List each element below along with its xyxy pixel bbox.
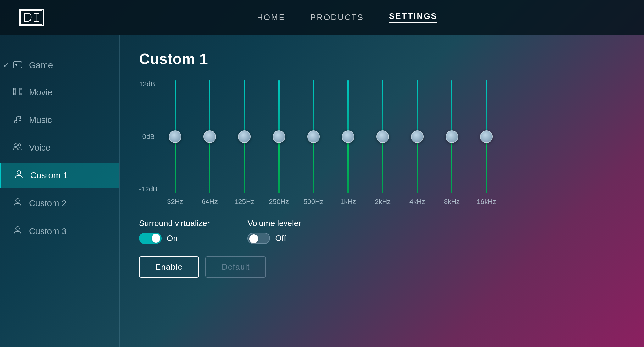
freq-label-4khz: 4kHz xyxy=(409,198,425,206)
track-fill-top xyxy=(313,80,314,137)
svg-point-18 xyxy=(14,144,17,147)
sidebar-label-game: Game xyxy=(29,60,53,70)
game-icon xyxy=(13,61,23,70)
volume-label: Volume leveler xyxy=(247,218,301,228)
movie-icon xyxy=(13,88,23,97)
music-icon xyxy=(13,114,23,125)
track-fill-top xyxy=(278,80,280,137)
slider-track-4khz[interactable] xyxy=(416,80,418,193)
custom3-icon xyxy=(13,226,23,237)
nav-settings[interactable]: SETTINGS xyxy=(389,11,437,23)
slider-thumb[interactable] xyxy=(169,130,181,143)
slider-thumb[interactable] xyxy=(203,130,216,143)
eq-band-1khz: 1kHz xyxy=(331,80,365,206)
track-fill-bottom xyxy=(347,143,349,193)
track-fill-bottom xyxy=(278,143,280,193)
eq-band-64hz: 64Hz xyxy=(192,80,227,206)
surround-toggle-row: On xyxy=(139,233,210,244)
default-button[interactable]: Default xyxy=(205,256,266,278)
eq-container: 12dB 0dB -12dB 32Hz xyxy=(139,80,625,206)
svg-point-19 xyxy=(18,144,21,146)
freq-label-32hz: 32Hz xyxy=(167,198,183,206)
eq-band-32hz: 32Hz xyxy=(158,80,192,206)
track-fill-bottom xyxy=(209,143,210,193)
eq-band-125hz: 125Hz xyxy=(227,80,262,206)
track-fill-bottom xyxy=(486,143,487,193)
sidebar-item-music[interactable]: Music xyxy=(0,107,119,132)
freq-label-500hz: 500Hz xyxy=(303,198,324,206)
track-fill-bottom xyxy=(417,143,418,193)
surround-virtualizer-group: Surround virtualizer On xyxy=(139,218,210,244)
logo xyxy=(19,9,44,26)
slider-track-32hz[interactable] xyxy=(174,80,176,193)
slider-thumb[interactable] xyxy=(376,130,389,143)
slider-track-2khz[interactable] xyxy=(382,80,384,193)
nav-home[interactable]: HOME xyxy=(257,13,285,22)
slider-track-250hz[interactable] xyxy=(278,80,280,193)
surround-toggle[interactable] xyxy=(139,233,162,244)
sliders-row: 32Hz 64Hz xyxy=(158,80,625,206)
nav-products[interactable]: PRODUCTS xyxy=(310,13,364,22)
enable-button[interactable]: Enable xyxy=(139,256,199,278)
slider-track-500hz[interactable] xyxy=(313,80,314,193)
track-fill-top xyxy=(347,80,349,137)
sidebar-item-custom1[interactable]: Custom 1 xyxy=(0,163,119,188)
volume-leveler-group: Volume leveler Off xyxy=(247,218,301,244)
surround-label: Surround virtualizer xyxy=(139,218,210,228)
track-fill-top xyxy=(451,80,452,137)
track-fill-bottom xyxy=(451,143,452,193)
controls-row: Surround virtualizer On Volume leveler O… xyxy=(139,218,625,244)
eq-band-4khz: 4kHz xyxy=(400,80,435,206)
slider-thumb[interactable] xyxy=(411,130,424,143)
sidebar-item-movie[interactable]: Movie xyxy=(0,80,119,104)
freq-label-250hz: 250Hz xyxy=(269,198,289,206)
svg-point-8 xyxy=(20,64,21,65)
slider-thumb[interactable] xyxy=(480,130,493,143)
sidebar-item-voice[interactable]: Voice xyxy=(0,135,119,160)
svg-rect-11 xyxy=(20,88,22,90)
sidebar-label-movie: Movie xyxy=(29,87,53,97)
svg-point-7 xyxy=(19,63,20,64)
sidebar: ✓ Game xyxy=(0,35,119,347)
db-label-top: 12dB xyxy=(139,80,158,88)
slider-track-8khz[interactable] xyxy=(451,80,453,193)
svg-rect-4 xyxy=(13,62,22,68)
slider-track-64hz[interactable] xyxy=(209,80,211,193)
volume-toggle-row: Off xyxy=(247,233,301,244)
db-label-bot: -12dB xyxy=(139,185,158,193)
eq-band-16khz: 16kHz xyxy=(469,80,504,206)
custom2-icon xyxy=(13,198,23,209)
slider-track-1khz[interactable] xyxy=(347,80,349,193)
eq-band-2khz: 2kHz xyxy=(365,80,400,206)
slider-thumb[interactable] xyxy=(273,130,285,143)
slider-thumb[interactable] xyxy=(238,130,251,143)
page-title: Custom 1 xyxy=(139,50,625,68)
volume-state: Off xyxy=(275,234,286,243)
slider-thumb[interactable] xyxy=(446,130,458,143)
slider-thumb[interactable] xyxy=(307,130,320,143)
svg-point-21 xyxy=(16,199,19,202)
check-icon: ✓ xyxy=(3,61,9,69)
track-fill-top xyxy=(486,80,487,137)
freq-label-1khz: 1kHz xyxy=(340,198,356,206)
svg-rect-13 xyxy=(20,93,22,95)
surround-toggle-knob xyxy=(152,234,160,243)
track-fill-top xyxy=(244,80,245,137)
sidebar-item-custom3[interactable]: Custom 3 xyxy=(0,219,119,244)
slider-track-16khz[interactable] xyxy=(486,80,487,193)
volume-toggle[interactable] xyxy=(247,233,270,244)
svg-point-22 xyxy=(16,227,19,230)
track-fill-bottom xyxy=(382,143,383,193)
sidebar-label-custom1: Custom 1 xyxy=(30,170,68,180)
sidebar-label-music: Music xyxy=(29,115,52,125)
sidebar-item-custom2[interactable]: Custom 2 xyxy=(0,191,119,216)
slider-thumb[interactable] xyxy=(342,130,354,143)
slider-track-125hz[interactable] xyxy=(243,80,245,193)
sidebar-item-game[interactable]: ✓ Game xyxy=(0,53,119,77)
custom1-icon xyxy=(14,170,24,181)
eq-band-250hz: 250Hz xyxy=(262,80,296,206)
eq-band-8khz: 8kHz xyxy=(435,80,469,206)
freq-label-2khz: 2kHz xyxy=(375,198,391,206)
content: Custom 1 12dB 0dB -12dB xyxy=(120,35,644,347)
voice-icon xyxy=(13,142,23,153)
